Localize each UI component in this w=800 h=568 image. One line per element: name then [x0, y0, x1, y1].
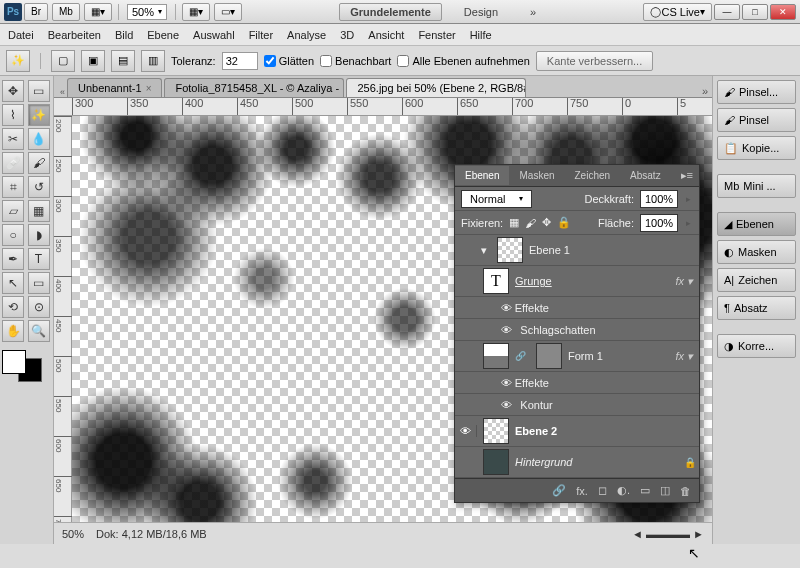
status-zoom[interactable]: 50% [62, 528, 84, 540]
link-layers-icon[interactable]: 🔗 [552, 484, 566, 497]
effects-row[interactable]: 👁 Effekte [455, 372, 699, 394]
magic-wand-preset-icon[interactable]: ✨ [6, 50, 30, 72]
tolerance-input[interactable]: 32 [222, 52, 258, 70]
refine-edge-button[interactable]: Kante verbessern... [536, 51, 653, 71]
opacity-arrow[interactable]: ▸ [684, 194, 693, 204]
tab-ebenen[interactable]: Ebenen [455, 166, 509, 185]
tab-absatz[interactable]: Absatz [620, 166, 671, 185]
opacity-input[interactable]: 100% [640, 190, 678, 208]
move-tool[interactable]: ✥ [2, 80, 24, 102]
doc-tab-1[interactable]: Unbenannt-1× [67, 78, 162, 97]
doc-tab-2[interactable]: Fotolia_8715458_XL - © Azaliya - Fotolia… [164, 78, 344, 97]
group-icon[interactable]: ▭ [640, 484, 650, 497]
layer-form1[interactable]: 🔗 Form 1 fx ▾ [455, 341, 699, 372]
tab-zeichen[interactable]: Zeichen [565, 166, 621, 185]
arrange-button[interactable]: ▭▾ [214, 3, 242, 21]
lock-transparency-icon[interactable]: ▦ [509, 216, 519, 229]
selection-subtract-icon[interactable]: ▤ [111, 50, 135, 72]
blend-mode-dropdown[interactable]: Normal [461, 190, 532, 208]
close-icon[interactable]: × [146, 83, 152, 94]
new-layer-icon[interactable]: ◫ [660, 484, 670, 497]
doc-tab-3[interactable]: 256.jpg bei 50% (Ebene 2, RGB/8#) *× [346, 78, 526, 97]
fill-arrow[interactable]: ▸ [684, 218, 693, 228]
panel-btn-kopie[interactable]: 📋Kopie... [717, 136, 796, 160]
lock-all-icon[interactable]: 🔒 [557, 216, 571, 229]
dodge-tool[interactable]: ◗ [28, 224, 50, 246]
eyedropper-tool[interactable]: 💧 [28, 128, 50, 150]
eye-icon[interactable]: 👁 [501, 324, 512, 336]
close-button[interactable]: ✕ [770, 4, 796, 20]
marquee-tool[interactable]: ▭ [28, 80, 50, 102]
panel-btn-masken[interactable]: ◐Masken [717, 240, 796, 264]
mask-icon[interactable]: ◻ [598, 484, 607, 497]
layer-name[interactable]: Form 1 [568, 350, 675, 362]
scrollbar-h[interactable]: ◄ ▬▬▬▬ ► [632, 528, 704, 540]
panel-btn-mini[interactable]: MbMini ... [717, 174, 796, 198]
panel-btn-absatz[interactable]: ¶Absatz [717, 296, 796, 320]
fx-badge[interactable]: fx ▾ [675, 275, 693, 288]
selection-intersect-icon[interactable]: ▥ [141, 50, 165, 72]
layer-thumb[interactable] [483, 418, 509, 444]
contiguous-checkbox[interactable]: Benachbart [320, 55, 391, 67]
maximize-button[interactable]: □ [742, 4, 768, 20]
fx-icon[interactable]: fx. [576, 485, 588, 497]
layer-ebene1[interactable]: ▾ Ebene 1 [455, 235, 699, 266]
view-extras-button[interactable]: ▦▾ [182, 3, 210, 21]
visibility-toggle[interactable]: 👁 [455, 425, 477, 437]
fx-badge[interactable]: fx ▾ [675, 350, 693, 363]
status-doc-size[interactable]: Dok: 4,12 MB/18,6 MB [96, 528, 207, 540]
menu-auswahl[interactable]: Auswahl [193, 29, 235, 41]
layer-ebene2[interactable]: 👁 Ebene 2 [455, 416, 699, 447]
zoom-dropdown[interactable]: 50% [127, 4, 167, 20]
vector-mask-thumb[interactable] [536, 343, 562, 369]
effects-row[interactable]: 👁 Effekte [455, 297, 699, 319]
menu-ansicht[interactable]: Ansicht [368, 29, 404, 41]
healing-tool[interactable]: 🩹 [2, 152, 24, 174]
pen-tool[interactable]: ✒ [2, 248, 24, 270]
layers-panel[interactable]: Ebenen Masken Zeichen Absatz ▸≡ Normal D… [454, 164, 700, 503]
fill-input[interactable]: 100% [640, 214, 678, 232]
brush-tool[interactable]: 🖌 [28, 152, 50, 174]
panel-btn-ebenen[interactable]: ◢Ebenen [717, 212, 796, 236]
lasso-tool[interactable]: ⌇ [2, 104, 24, 126]
panel-btn-zeichen[interactable]: A|Zeichen [717, 268, 796, 292]
menu-hilfe[interactable]: Hilfe [470, 29, 492, 41]
layer-name[interactable]: Hintergrund [515, 456, 684, 468]
workspace-more[interactable]: » [520, 4, 546, 20]
type-tool[interactable]: T [28, 248, 50, 270]
gradient-tool[interactable]: ▦ [28, 200, 50, 222]
zoom-tool[interactable]: 🔍 [28, 320, 50, 342]
tab-next[interactable]: » [702, 85, 708, 97]
lock-pixels-icon[interactable]: 🖌 [525, 217, 536, 229]
shape-layer-thumb[interactable] [483, 343, 509, 369]
minimize-button[interactable]: — [714, 4, 740, 20]
panel-btn-pinsel[interactable]: 🖌Pinsel... [717, 80, 796, 104]
magic-wand-tool[interactable]: ✨ [28, 104, 50, 126]
lock-position-icon[interactable]: ✥ [542, 216, 551, 229]
layer-hintergrund[interactable]: Hintergrund 🔒 [455, 447, 699, 478]
screen-mode-button[interactable]: ▦▾ [84, 3, 112, 21]
fg-color[interactable] [2, 350, 26, 374]
layer-thumb[interactable] [497, 237, 523, 263]
menu-datei[interactable]: Datei [8, 29, 34, 41]
eye-icon[interactable]: 👁 [501, 399, 512, 411]
bridge-button[interactable]: Br [24, 3, 48, 21]
selection-new-icon[interactable]: ▢ [51, 50, 75, 72]
layer-thumb[interactable] [483, 449, 509, 475]
history-brush-tool[interactable]: ↺ [28, 176, 50, 198]
layer-name[interactable]: Grunge [515, 275, 675, 287]
crop-tool[interactable]: ✂ [2, 128, 24, 150]
all-layers-checkbox[interactable]: Alle Ebenen aufnehmen [397, 55, 529, 67]
adjustment-icon[interactable]: ◐. [617, 484, 630, 497]
chevron-down-icon[interactable]: ▾ [477, 244, 491, 257]
eye-icon[interactable]: 👁 [501, 377, 512, 389]
panel-menu-icon[interactable]: ▸≡ [675, 169, 699, 182]
tab-masken[interactable]: Masken [509, 166, 564, 185]
cslive-button[interactable]: ◯ CS Live ▾ [643, 3, 712, 21]
menu-fenster[interactable]: Fenster [418, 29, 455, 41]
panel-btn-korre[interactable]: ◑Korre... [717, 334, 796, 358]
3d-tool[interactable]: ⟲ [2, 296, 24, 318]
panel-btn-pinsel[interactable]: 🖌Pinsel [717, 108, 796, 132]
eye-icon[interactable]: 👁 [501, 302, 512, 314]
trash-icon[interactable]: 🗑 [680, 485, 691, 497]
